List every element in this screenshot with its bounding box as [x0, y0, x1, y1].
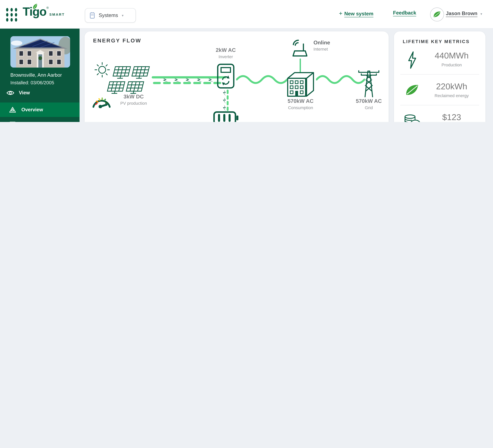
tigo-dots-logo-icon	[5, 7, 20, 22]
app-root: Tigo®SMART Systems ▾ +New system Feedbac…	[0, 0, 493, 122]
income-metric: $123 Income equivalent	[423, 112, 481, 122]
chevron-down-icon: ▾	[122, 13, 123, 17]
new-system-button[interactable]: +New system	[339, 10, 373, 17]
view-button[interactable]: View	[6, 90, 30, 96]
battery-connection	[222, 89, 230, 112]
install-date: Installed: 03/06/2005	[10, 80, 54, 85]
sidebar-item-overview[interactable]: Overview	[0, 102, 79, 117]
eye-icon	[6, 90, 14, 95]
key-metrics-title: LIFETIME KEY METRICS	[403, 39, 470, 44]
systems-label: Systems	[99, 13, 118, 18]
tigo-wordmark: Tigo®SMART	[23, 5, 65, 24]
site-photo	[10, 36, 70, 68]
systems-dropdown[interactable]: Systems ▾	[85, 8, 136, 23]
battery-icon	[213, 111, 239, 122]
plus-icon: +	[339, 10, 342, 17]
device-icon	[90, 12, 95, 19]
key-metrics-card: LIFETIME KEY METRICS 440MWh Production 2…	[394, 32, 485, 122]
site-name: Brownsville, Ann Aarbor	[10, 72, 62, 78]
building-icon	[287, 72, 314, 97]
overview-icon	[9, 107, 16, 113]
sidebar-nav: Overview System view Basic charts Advanc…	[0, 102, 79, 122]
internet-connection	[300, 58, 301, 72]
sidebar-item-system-view[interactable]: System view	[0, 117, 79, 122]
top-header: Tigo®SMART Systems ▾ +New system Feedbac…	[0, 0, 493, 29]
bolt-icon	[403, 51, 421, 69]
feedback-link[interactable]: Feedback	[393, 10, 416, 16]
solar-array-icon	[93, 60, 161, 98]
reclaimed-metric: 220kWh Reclaimed energy	[423, 82, 481, 98]
user-avatar[interactable]	[430, 8, 444, 21]
gauge-icon	[91, 93, 112, 108]
grid-tower-icon	[356, 68, 381, 98]
coins-icon	[403, 114, 421, 122]
grid-stat: 570kW AC Grid	[350, 98, 388, 110]
solar-panel-icon	[9, 121, 16, 122]
consumption-stat: 570kW AC Consumption	[282, 98, 319, 110]
user-menu[interactable]: Jason Brown	[446, 11, 477, 16]
brand-sub: SMART	[49, 13, 65, 16]
pv-production-stat: 3kW DC PV production	[115, 94, 153, 106]
chevron-down-icon[interactable]: ▾	[480, 12, 482, 16]
leaf-icon	[403, 84, 421, 97]
leaf-icon	[433, 11, 441, 18]
inverter-icon	[217, 64, 235, 89]
energy-flow-card: ENERGY FLOW	[85, 32, 389, 122]
internet-stat: Online Internet	[314, 40, 348, 52]
ac-connection	[236, 75, 287, 84]
energy-flow-title: ENERGY FLOW	[93, 38, 141, 44]
dc-connection	[152, 75, 226, 86]
production-metric: 440MWh Production	[423, 51, 481, 67]
sidebar: Brownsville, Ann Aarbor Installed: 03/06…	[0, 28, 79, 122]
inverter-stat: 2kW AC Inverter	[207, 47, 245, 59]
router-icon	[291, 40, 310, 57]
